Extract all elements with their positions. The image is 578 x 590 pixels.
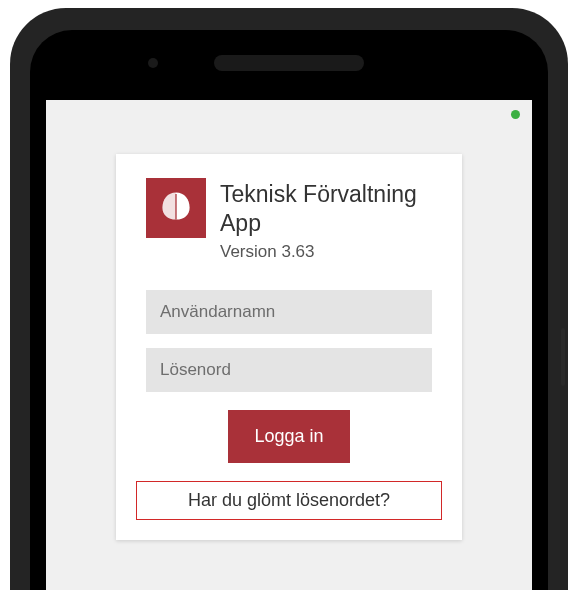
- app-screen: Teknisk Förvaltning App Version 3.63 Log…: [46, 100, 532, 590]
- app-version: Version 3.63: [220, 242, 432, 262]
- phone-frame: Teknisk Förvaltning App Version 3.63 Log…: [10, 8, 568, 590]
- leaf-icon: [159, 189, 193, 227]
- app-logo: [146, 178, 206, 238]
- phone-side-button: [561, 328, 565, 386]
- password-input[interactable]: [146, 348, 432, 392]
- phone-speaker: [214, 55, 364, 71]
- phone-bezel: Teknisk Förvaltning App Version 3.63 Log…: [30, 30, 548, 590]
- login-card: Teknisk Förvaltning App Version 3.63 Log…: [116, 154, 462, 540]
- username-input[interactable]: [146, 290, 432, 334]
- title-block: Teknisk Förvaltning App Version 3.63: [220, 178, 432, 262]
- button-row: Logga in: [146, 410, 432, 463]
- phone-camera: [148, 58, 158, 68]
- app-title: Teknisk Förvaltning App: [220, 180, 432, 238]
- status-dot: [511, 110, 520, 119]
- card-header: Teknisk Förvaltning App Version 3.63: [146, 178, 432, 262]
- forgot-password-link[interactable]: Har du glömt lösenordet?: [136, 481, 442, 520]
- login-button[interactable]: Logga in: [228, 410, 349, 463]
